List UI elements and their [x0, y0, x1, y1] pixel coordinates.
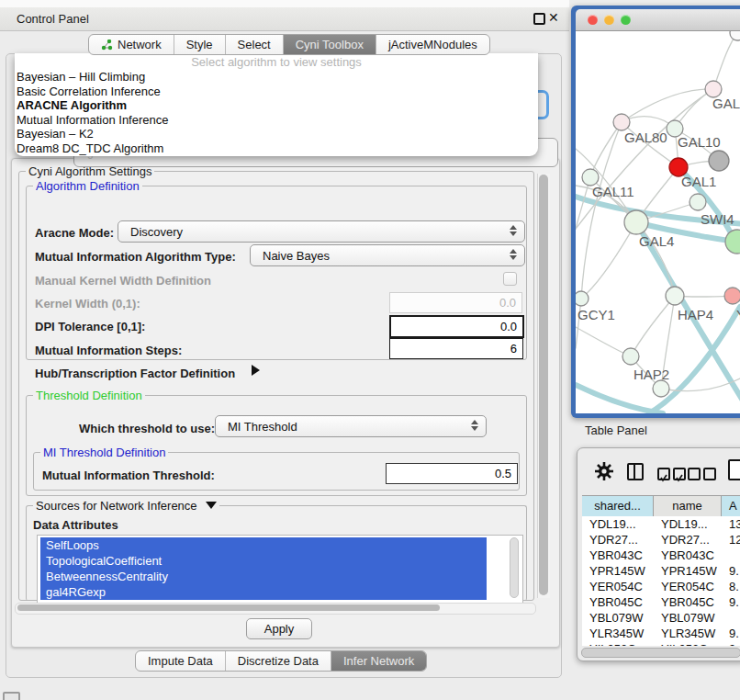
close-traffic-light-icon[interactable]	[588, 15, 598, 25]
table-cell: YDR27...	[582, 532, 654, 548]
table-row[interactable]: YER054CYER054C8.	[582, 579, 740, 594]
attribute-item-betweennesscentrality[interactable]: BetweennessCentrality	[40, 569, 487, 584]
mi-type-value: Naive Bayes	[263, 249, 330, 263]
table-row[interactable]: YPR145WYPR145W9.	[582, 563, 740, 579]
expand-arrow-icon[interactable]	[252, 365, 260, 376]
table-cell: 8.	[722, 579, 740, 594]
tab-network[interactable]: Network	[89, 35, 174, 54]
settings-horizontal-scrollbar[interactable]	[15, 603, 536, 615]
thin-edge[interactable]	[631, 296, 675, 356]
mi-type-combo[interactable]: Naive Bayes	[250, 244, 525, 266]
aracne-mode-value: Discovery	[130, 225, 183, 239]
algorithm-dropdown: Select algorithm to view settings Bayesi…	[15, 53, 538, 156]
node-salmon-node[interactable]	[724, 288, 740, 304]
sources-legend[interactable]: Sources for Network Inference	[33, 499, 219, 513]
dpi-tolerance-field[interactable]: 0.0	[389, 315, 524, 338]
data-attributes-list[interactable]: SelfLoopsTopologicalCoefficientBetweenne…	[37, 535, 523, 604]
zoom-traffic-light-icon[interactable]	[621, 15, 631, 25]
node-green-right[interactable]	[725, 230, 740, 254]
minimized-panel-icon[interactable]	[3, 692, 20, 700]
collapse-arrow-icon	[206, 502, 217, 509]
thick-edge[interactable]	[576, 385, 663, 413]
tab-jactivemnodules[interactable]: jActiveMNodules	[376, 35, 489, 54]
table-row[interactable]: YBR043CYBR043C	[582, 548, 740, 563]
float-window-icon[interactable]	[533, 13, 545, 25]
tab-discretize-data[interactable]: Discretize Data	[225, 651, 331, 671]
minimize-traffic-light-icon[interactable]	[604, 15, 614, 25]
node-hap2[interactable]	[622, 348, 639, 365]
table-cell: 9	[722, 641, 740, 646]
node-swi4[interactable]	[690, 194, 706, 210]
close-icon[interactable]: ✕	[548, 10, 559, 25]
table-cell: 9.	[722, 594, 740, 610]
attribute-item-selfloops[interactable]: SelfLoops	[40, 537, 487, 553]
table-row[interactable]: YDR27...YDR27...12	[582, 532, 740, 548]
settings-vertical-scrollbar[interactable]	[537, 174, 550, 598]
which-threshold-value: MI Threshold	[228, 420, 297, 434]
mi-type-label: Mutual Information Algorithm Type:	[35, 250, 236, 264]
dropdown-item-bayesian-hill-climbing[interactable]: Bayesian – Hill Climbing	[15, 70, 538, 85]
column-header-name[interactable]: name	[654, 496, 722, 516]
mi-steps-field[interactable]: 6	[389, 338, 523, 359]
dropdown-item-bayesian-k2[interactable]: Bayesian – K2	[15, 127, 538, 141]
table-cell: 9.	[722, 563, 740, 579]
table-cell: YBR043C	[582, 548, 654, 563]
node-label-hap2: HAP2	[633, 367, 669, 382]
which-threshold-combo[interactable]: MI Threshold	[215, 415, 487, 437]
table-row[interactable]: YDL19...YDL19...13	[582, 516, 740, 532]
table-header-row: shared...nameA	[582, 495, 740, 517]
gear-icon[interactable]	[594, 461, 614, 481]
mi-threshold-field[interactable]: 0.5	[386, 463, 518, 484]
attribute-item-topologicalcoefficient[interactable]: TopologicalCoefficient	[40, 553, 487, 569]
thin-edge[interactable]	[581, 122, 622, 299]
tab-impute-data[interactable]: Impute Data	[136, 651, 225, 671]
split-columns-icon[interactable]	[627, 463, 644, 480]
thin-edge[interactable]	[590, 122, 622, 177]
node-gray-node[interactable]	[709, 151, 729, 171]
node-bottom-node[interactable]	[653, 380, 669, 397]
table-cell: YBL079W	[582, 610, 654, 626]
dropdown-item-dream8-dc-tdc-algorithm[interactable]: Dream8 DC_TDC Algorithm	[15, 141, 538, 156]
node-gcy1[interactable]	[576, 291, 589, 306]
tab-infer-network[interactable]: Infer Network	[331, 651, 426, 671]
column-header-a[interactable]: A	[722, 496, 740, 516]
table-body: YDL19...YDL19...13YDR27...YDR27...12YBR0…	[582, 516, 740, 646]
kernel-width-field[interactable]: 0.0	[389, 292, 522, 313]
data-attributes-label: Data Attributes	[33, 518, 118, 532]
hide-columns-icon[interactable]	[688, 468, 719, 484]
dropdown-item-basic-correlation-inference[interactable]: Basic Correlation Inference	[15, 85, 538, 99]
table-window: shared...nameA YDL19...YDL19...13YDR27..…	[577, 447, 740, 661]
table-horizontal-scrollbar[interactable]	[581, 648, 740, 658]
attribute-item-gal4rgexp[interactable]: gal4RGexp	[40, 584, 487, 600]
tab-style[interactable]: Style	[174, 35, 225, 54]
sources-legend-text: Sources for Network Inference	[36, 499, 197, 513]
table-row[interactable]: YIL052CYIL052C9	[582, 641, 740, 646]
apply-button[interactable]: Apply	[246, 618, 312, 639]
table-cell: YDR27...	[654, 532, 722, 548]
network-canvas[interactable]: GAL2GAL80GAL10GAL1GAL11SWI4GAL4GCY1HAP4Y…	[576, 31, 740, 413]
page-icon[interactable]	[728, 459, 740, 480]
table-row[interactable]: YLR345WYLR345W9.	[582, 626, 740, 641]
aracne-mode-combo[interactable]: Discovery	[118, 220, 525, 243]
tab-cyni-toolbox[interactable]: Cyni Toolbox	[283, 35, 376, 54]
manual-kernel-checkbox[interactable]	[503, 272, 517, 286]
table-row[interactable]: YBL079WYBL079W	[582, 610, 740, 626]
table-cell: 9.	[722, 626, 740, 641]
column-header-shared-[interactable]: shared...	[582, 496, 654, 516]
tab-select[interactable]: Select	[225, 35, 283, 54]
node-label-gal1: GAL1	[681, 174, 716, 189]
table-row[interactable]: YBR045CYBR045C9.	[582, 594, 740, 610]
network-window[interactable]: GAL2GAL80GAL10GAL1GAL11SWI4GAL4GCY1HAP4Y…	[571, 6, 740, 418]
show-columns-icon[interactable]	[657, 468, 689, 484]
network-window-titlebar[interactable]	[576, 9, 740, 31]
dropdown-item-mutual-information-inference[interactable]: Mutual Information Inference	[15, 113, 538, 128]
thin-edge[interactable]	[713, 33, 737, 89]
thin-edge[interactable]	[576, 327, 631, 356]
node-gal4[interactable]	[624, 210, 648, 234]
dropdown-item-aracne-algorithm[interactable]: ARACNE Algorithm	[15, 98, 538, 113]
node-hap4[interactable]	[666, 287, 684, 305]
tab-label: Cyni Toolbox	[296, 38, 364, 51]
list-scrollbar[interactable]	[509, 537, 520, 598]
node-gal80[interactable]	[613, 114, 630, 130]
node-top-partial[interactable]	[730, 31, 740, 40]
